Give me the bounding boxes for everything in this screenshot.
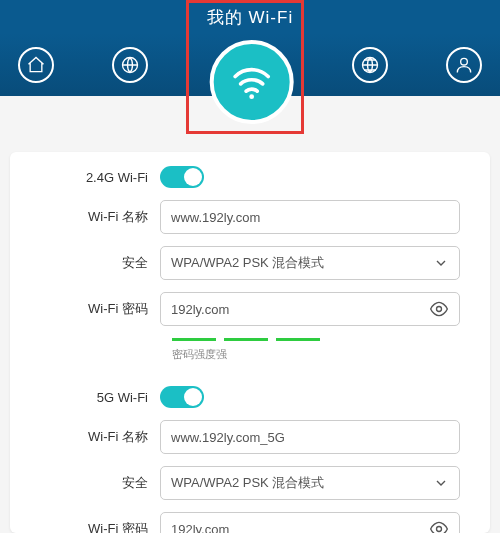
wifi5-security-label: 安全 <box>30 474 160 492</box>
wifi-hero-icon-button[interactable] <box>210 40 294 124</box>
wifi24-security-value: WPA/WPA2 PSK 混合模式 <box>171 254 433 272</box>
wifi24-password-input[interactable]: 192ly.com <box>160 292 460 326</box>
eye-icon[interactable] <box>429 519 449 533</box>
wifi24-security-select[interactable]: WPA/WPA2 PSK 混合模式 <box>160 246 460 280</box>
wifi5-password-label: Wi-Fi 密码 <box>30 520 160 533</box>
wifi24-name-value: www.192ly.com <box>171 210 449 225</box>
wifi24-password-label: Wi-Fi 密码 <box>30 300 160 318</box>
wifi5-password-input[interactable]: 192ly.com <box>160 512 460 533</box>
svg-point-5 <box>437 527 442 532</box>
wifi24-security-label: 安全 <box>30 254 160 272</box>
chevron-down-icon <box>433 255 449 271</box>
wifi24-name-input[interactable]: www.192ly.com <box>160 200 460 234</box>
wifi5-password-value: 192ly.com <box>171 522 429 534</box>
nav-globe2-button[interactable] <box>352 47 388 83</box>
nav-globe-button[interactable] <box>112 47 148 83</box>
eye-icon[interactable] <box>429 299 449 319</box>
globe-icon <box>360 55 380 75</box>
home-icon <box>26 55 46 75</box>
svg-point-3 <box>249 94 254 99</box>
wifi24-section-label: 2.4G Wi-Fi <box>30 170 160 185</box>
wifi5-name-value: www.192ly.com_5G <box>171 430 449 445</box>
svg-point-4 <box>437 307 442 312</box>
wifi24-password-value: 192ly.com <box>171 302 429 317</box>
password-strength-bars <box>172 338 460 341</box>
wifi-icon <box>230 60 274 104</box>
password-strength-label: 密码强度强 <box>172 347 460 362</box>
wifi5-name-input[interactable]: www.192ly.com_5G <box>160 420 460 454</box>
settings-card: 2.4G Wi-Fi Wi-Fi 名称 www.192ly.com 安全 WPA… <box>10 152 490 533</box>
wifi5-name-label: Wi-Fi 名称 <box>30 428 160 446</box>
globe-icon <box>120 55 140 75</box>
wifi5-toggle[interactable] <box>160 386 204 408</box>
nav-user-button[interactable] <box>446 47 482 83</box>
user-icon <box>454 55 474 75</box>
wifi5-security-select[interactable]: WPA/WPA2 PSK 混合模式 <box>160 466 460 500</box>
nav-home-button[interactable] <box>18 47 54 83</box>
wifi24-name-label: Wi-Fi 名称 <box>30 208 160 226</box>
wifi5-section-label: 5G Wi-Fi <box>30 390 160 405</box>
page-title: 我的 Wi-Fi <box>0 6 500 29</box>
wifi5-security-value: WPA/WPA2 PSK 混合模式 <box>171 474 433 492</box>
wifi24-toggle[interactable] <box>160 166 204 188</box>
svg-point-2 <box>461 58 468 65</box>
chevron-down-icon <box>433 475 449 491</box>
